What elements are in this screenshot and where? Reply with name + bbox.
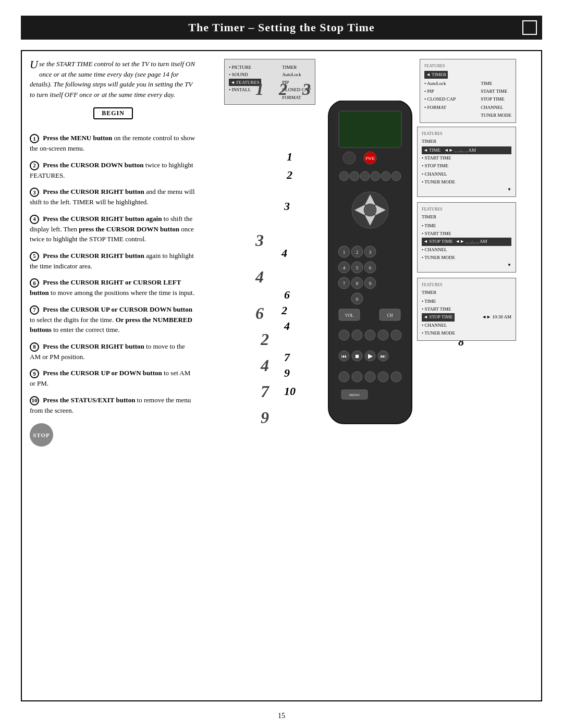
- stop-circle: STOP: [30, 423, 53, 447]
- step-overlay-4: 4: [282, 246, 287, 260]
- p2-r-stoptime: STOP TIME: [481, 95, 511, 103]
- panel2-title: FEATURES: [424, 63, 511, 70]
- svg-text:6: 6: [369, 265, 372, 270]
- screen-panel-4: FEATURES TIMER • TIME • START TIME ◄ STO…: [417, 202, 516, 273]
- svg-text:2: 2: [356, 250, 359, 255]
- page-number: 15: [21, 712, 542, 720]
- svg-text:PWR: PWR: [365, 156, 375, 161]
- step-num-9: 9: [30, 369, 39, 378]
- menu-row-picture: • PICTURE: [229, 64, 261, 71]
- step-3: 3 Press the CURSOR RIGHT button and the …: [30, 187, 197, 207]
- large-num-7l: 7: [261, 382, 269, 401]
- p3-features-label: FEATURES: [422, 130, 511, 138]
- step-10: 10 Press the STATUS/EXIT button to remov…: [30, 395, 197, 416]
- p5-stoptime-hl: ◄ STOP TIME: [422, 313, 455, 321]
- p5-time: • TIME: [422, 298, 511, 305]
- p2-autolock: • AutoLock: [424, 80, 456, 88]
- svg-point-56: [365, 372, 375, 382]
- p4-time: • TIME: [422, 222, 511, 230]
- right-column: • PICTURE • SOUND ◄ FEATURES • INSTALL T…: [207, 59, 533, 693]
- screen-panel-3: FEATURES TIMER ◄ TIME ◄► _ _:_ _ AM • ST…: [417, 127, 516, 197]
- step-10-bold: Press the STATUS/EXIT button: [43, 396, 135, 404]
- step-overlay-4b: 4: [284, 319, 290, 333]
- large-num-4l: 4: [255, 267, 264, 287]
- p5-starttime: • START TIME: [422, 305, 511, 313]
- step-6-bold: Press the CURSOR RIGHT or CURSOR LEFT bu…: [30, 278, 181, 297]
- menu-right-timer: TIMER: [282, 64, 311, 71]
- main-content: Use the START TIME control to set the TV…: [21, 50, 542, 701]
- step-4-bold: Press the CURSOR RIGHT button again: [43, 215, 162, 223]
- svg-text:VOL: VOL: [345, 313, 354, 318]
- step-overlay-3: 3: [284, 200, 290, 213]
- step-num-1: 1: [30, 134, 39, 143]
- menu-screen-panel: • PICTURE • SOUND ◄ FEATURES • INSTALL T…: [224, 59, 315, 105]
- step-9: 9 Press the CURSOR UP or DOWN button to …: [30, 368, 197, 389]
- svg-point-45: [391, 330, 401, 340]
- svg-text:CH: CH: [387, 313, 393, 318]
- step-overlay-7b: 7: [284, 351, 290, 364]
- p2-r-time: TIME: [481, 80, 511, 88]
- drop-cap: U: [30, 59, 38, 70]
- page-header: The Timer – Setting the Stop Time: [21, 16, 542, 40]
- step-5: 5 Press the CURSOR RIGHT button again to…: [30, 251, 197, 272]
- step-1: 1 Press the MENU button on the remote co…: [30, 133, 197, 154]
- large-num-2l: 2: [261, 330, 269, 349]
- svg-text:9: 9: [369, 281, 372, 286]
- p3-stoptime: • STOP TIME: [422, 162, 511, 170]
- large-num-1: 1: [255, 80, 264, 99]
- step-overlay-1: 1: [287, 150, 292, 164]
- svg-point-5: [339, 171, 349, 181]
- svg-text:3: 3: [369, 250, 372, 255]
- left-column: Use the START TIME control to set the TV…: [30, 59, 197, 693]
- step-num-10: 10: [30, 396, 39, 405]
- step-6: 6 Press the CURSOR RIGHT or CURSOR LEFT …: [30, 277, 197, 298]
- screen-panels-stack: FEATURES TIMER ◄ TIME ◄► _ _:_ _ AM • ST…: [417, 127, 516, 341]
- p4-tunermode: • TUNER MODE: [422, 254, 511, 262]
- begin-badge: BEGIN: [93, 107, 133, 119]
- svg-point-8: [371, 171, 380, 181]
- step-4: 4 Press the CURSOR RIGHT button again to…: [30, 214, 197, 244]
- step-num-3: 3: [30, 188, 39, 197]
- svg-text:MENU: MENU: [349, 393, 360, 397]
- p2-pip: • PIP: [424, 88, 456, 95]
- p2-r-channel: CHANNEL: [481, 104, 511, 112]
- svg-rect-1: [339, 111, 401, 147]
- svg-point-2: [343, 152, 356, 164]
- step-2-bold: Press the CURSOR DOWN button: [43, 161, 143, 169]
- svg-text:⏮: ⏮: [341, 353, 347, 359]
- svg-point-9: [381, 171, 390, 181]
- step-num-6: 6: [30, 278, 39, 288]
- step-num-7: 7: [30, 305, 39, 315]
- p4-timer-label: TIMER: [422, 213, 511, 221]
- p3-timer-label: TIMER: [422, 138, 511, 145]
- step-7-bold: Press the CURSOR UP or CURSOR DOWN butto…: [43, 305, 192, 313]
- p4-arrow-down: ▼: [422, 262, 511, 269]
- screen-panel-5: FEATURES TIMER • TIME • START TIME ◄ STO…: [417, 278, 516, 341]
- stop-label: STOP: [33, 432, 50, 438]
- svg-text:⏭: ⏭: [381, 353, 386, 359]
- svg-point-10: [391, 171, 401, 181]
- p5-timer-label: TIMER: [422, 289, 511, 297]
- svg-text:7: 7: [343, 281, 346, 286]
- panel2-timer-hl: ◄ TIMER: [424, 71, 448, 79]
- step-num-8: 8: [30, 342, 39, 352]
- step-num-2: 2: [30, 161, 39, 170]
- page-num-value: 15: [278, 712, 285, 720]
- menu-row-sound: • SOUND: [229, 71, 261, 78]
- page: The Timer – Setting the Stop Time Use th…: [0, 0, 563, 728]
- svg-point-43: [365, 330, 375, 340]
- svg-point-55: [352, 372, 362, 382]
- p3-starttime: • START TIME: [422, 154, 511, 162]
- corner-box: [522, 20, 537, 35]
- step-8: 8 Press the CURSOR RIGHT button to move …: [30, 341, 197, 362]
- svg-point-42: [352, 330, 362, 340]
- step-overlay-10: 10: [284, 385, 296, 398]
- svg-point-58: [391, 372, 401, 382]
- step-overlay-2b: 2: [282, 304, 287, 317]
- svg-point-6: [350, 171, 359, 181]
- menu-right-autolock: AutoLock: [282, 71, 311, 78]
- p3-time-hl: ◄ TIME ◄► _ _:_ _ AM: [422, 146, 511, 154]
- svg-point-44: [378, 330, 388, 340]
- large-num-3l: 3: [255, 231, 264, 250]
- p2-r-tunermode: TUNER MODE: [481, 112, 511, 119]
